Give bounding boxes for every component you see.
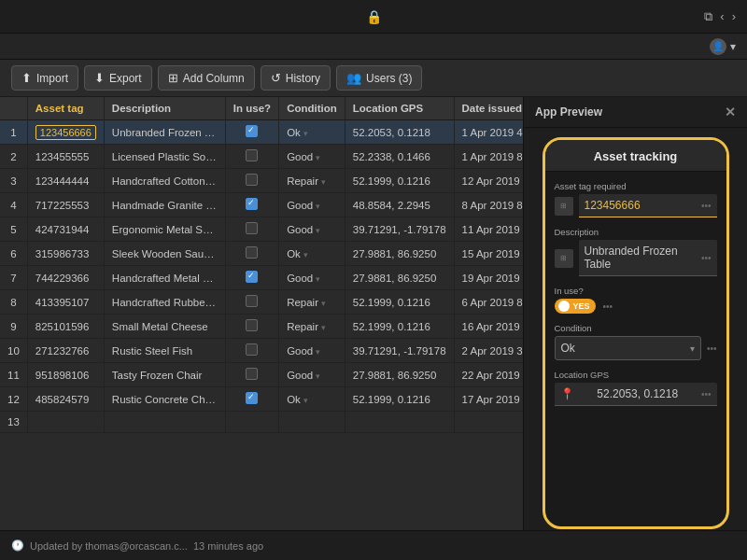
row-date: 2 Apr 2019 3:00 am <box>454 339 523 363</box>
table-row[interactable]: 12485824579Rustic Concrete CheeseOk▾52.1… <box>0 387 523 412</box>
row-description: Handcrafted Rubber Ball <box>104 290 225 315</box>
row-asset-tag[interactable]: 413395107 <box>27 290 104 315</box>
in-use-dots[interactable]: ••• <box>603 301 613 312</box>
row-in-use[interactable] <box>225 266 278 290</box>
checkbox[interactable] <box>246 246 258 259</box>
condition-dots[interactable]: ••• <box>707 343 717 354</box>
users-button[interactable]: 👥 Users (3) <box>336 65 422 91</box>
toggle-label: YES <box>573 301 590 311</box>
col-in-use[interactable]: In use? <box>225 97 278 120</box>
row-asset-tag[interactable]: 123455555 <box>27 145 104 169</box>
asset-tag-dots[interactable]: ••• <box>701 201 712 211</box>
row-gps: 52.1999, 0.1216 <box>345 290 454 315</box>
checkbox[interactable] <box>246 125 258 137</box>
user-button[interactable]: 👤 ▾ <box>710 38 736 55</box>
row-asset-tag[interactable] <box>27 412 104 433</box>
table-row[interactable]: 7744229366Handcrafted Metal BikeGood▾27.… <box>0 266 523 290</box>
export-button[interactable]: ⬇ Export <box>84 65 152 91</box>
checkbox[interactable] <box>246 392 258 404</box>
checkbox[interactable] <box>246 295 258 307</box>
row-asset-tag[interactable]: 315986733 <box>27 242 104 266</box>
row-in-use[interactable] <box>225 193 278 217</box>
row-in-use[interactable] <box>225 387 278 412</box>
row-condition: Repair▾ <box>279 315 345 339</box>
row-asset-tag[interactable]: 424731944 <box>27 217 104 242</box>
checkbox[interactable] <box>246 319 258 331</box>
history-button[interactable]: ↺ History <box>261 65 331 91</box>
asset-tag-grid-icon: ⊞ <box>555 197 573 216</box>
checkbox[interactable] <box>246 368 258 380</box>
col-condition[interactable]: Condition <box>279 97 345 120</box>
col-asset-tag[interactable]: Asset tag <box>27 97 104 120</box>
col-description[interactable]: Description <box>104 97 225 120</box>
row-in-use[interactable] <box>225 363 278 387</box>
phone-description-value[interactable]: Unbranded Frozen Table ••• <box>579 240 717 276</box>
checkbox[interactable] <box>246 174 258 186</box>
row-condition: Ok▾ <box>279 120 345 145</box>
row-description: Unbranded Frozen Table <box>104 120 225 145</box>
phone-gps-value[interactable]: 📍 52.2053, 0.1218 ••• <box>555 383 717 406</box>
row-num: 10 <box>0 339 27 363</box>
checkbox[interactable] <box>246 271 258 283</box>
checkbox[interactable] <box>246 343 258 356</box>
users-icon: 👥 <box>346 71 361 85</box>
row-in-use[interactable] <box>225 120 278 145</box>
app-preview-panel: App Preview ✕ Asset tracking Asset tag r… <box>523 97 747 530</box>
export-label: Export <box>109 72 142 85</box>
row-in-use[interactable] <box>225 412 278 433</box>
user-bar: 👤 ▾ <box>0 34 747 60</box>
table-row[interactable]: 9825101596Small Metal CheeseRepair▾52.19… <box>0 315 523 339</box>
window-icon[interactable]: ⧉ <box>704 9 712 24</box>
row-in-use[interactable] <box>225 217 278 242</box>
gps-dots[interactable]: ••• <box>701 389 712 399</box>
col-gps[interactable]: Location GPS <box>345 97 454 120</box>
table-row[interactable]: 10271232766Rustic Steel FishGood▾39.7129… <box>0 339 523 363</box>
row-asset-tag[interactable]: 123444444 <box>27 169 104 193</box>
row-asset-tag[interactable]: 825101596 <box>27 315 104 339</box>
row-in-use[interactable] <box>225 145 278 169</box>
checkbox[interactable] <box>246 149 258 161</box>
back-icon[interactable]: ‹ <box>720 9 724 23</box>
condition-dropdown[interactable]: Ok ▾ <box>555 336 701 360</box>
row-description: Handcrafted Cotton Table <box>104 169 225 193</box>
users-label: Users (3) <box>366 72 412 85</box>
row-description: Tasty Frozen Chair <box>104 363 225 387</box>
table-row[interactable]: 4717225553Handmade Granite ShirtGood▾48.… <box>0 193 523 217</box>
table-row[interactable]: 3123444444Handcrafted Cotton TableRepair… <box>0 169 523 193</box>
table-row[interactable]: 6315986733Sleek Wooden SausagesOk▾27.988… <box>0 242 523 266</box>
row-in-use[interactable] <box>225 315 278 339</box>
condition-filter-arrow: ▾ <box>321 323 326 332</box>
panel-close-button[interactable]: ✕ <box>725 105 736 119</box>
row-asset-tag[interactable]: 485824579 <box>27 387 104 412</box>
table-row[interactable]: 8413395107Handcrafted Rubber BallRepair▾… <box>0 290 523 315</box>
condition-filter-arrow: ▾ <box>303 250 308 259</box>
row-condition: Repair▾ <box>279 169 345 193</box>
table-row[interactable]: 11951898106Tasty Frozen ChairGood▾27.988… <box>0 363 523 387</box>
description-dots[interactable]: ••• <box>701 253 712 263</box>
row-in-use[interactable] <box>225 169 278 193</box>
table-row[interactable]: 13 <box>0 412 523 433</box>
forward-icon[interactable]: › <box>732 9 736 23</box>
import-button[interactable]: ⬆ Import <box>11 65 78 91</box>
in-use-toggle[interactable]: YES <box>555 299 596 314</box>
row-asset-tag[interactable]: 123456666 <box>27 120 104 145</box>
table-row[interactable]: 2123455555Licensed Plastic SoapGood▾52.2… <box>0 145 523 169</box>
phone-content: Asset tag required ⊞ 123456666 ••• Descr… <box>545 172 726 415</box>
table-row[interactable]: 1123456666Unbranded Frozen TableOk▾52.20… <box>0 120 523 145</box>
checkbox[interactable] <box>246 198 258 210</box>
row-in-use[interactable] <box>225 242 278 266</box>
row-in-use[interactable] <box>225 339 278 363</box>
row-asset-tag[interactable]: 951898106 <box>27 363 104 387</box>
phone-asset-tag-value[interactable]: 123456666 ••• <box>579 194 717 217</box>
row-condition: Good▾ <box>279 266 345 290</box>
checkbox[interactable] <box>246 222 258 234</box>
row-asset-tag[interactable]: 717225553 <box>27 193 104 217</box>
table-row[interactable]: 5424731944Ergonomic Metal ShoesGood▾39.7… <box>0 217 523 242</box>
row-in-use[interactable] <box>225 290 278 315</box>
user-chevron: ▾ <box>730 40 736 53</box>
row-asset-tag[interactable]: 744229366 <box>27 266 104 290</box>
data-table: Asset tag Description In use? Condition … <box>0 97 523 433</box>
add-column-button[interactable]: ⊞ Add Column <box>158 65 255 91</box>
row-asset-tag[interactable]: 271232766 <box>27 339 104 363</box>
col-date[interactable]: Date issued <box>454 97 523 120</box>
